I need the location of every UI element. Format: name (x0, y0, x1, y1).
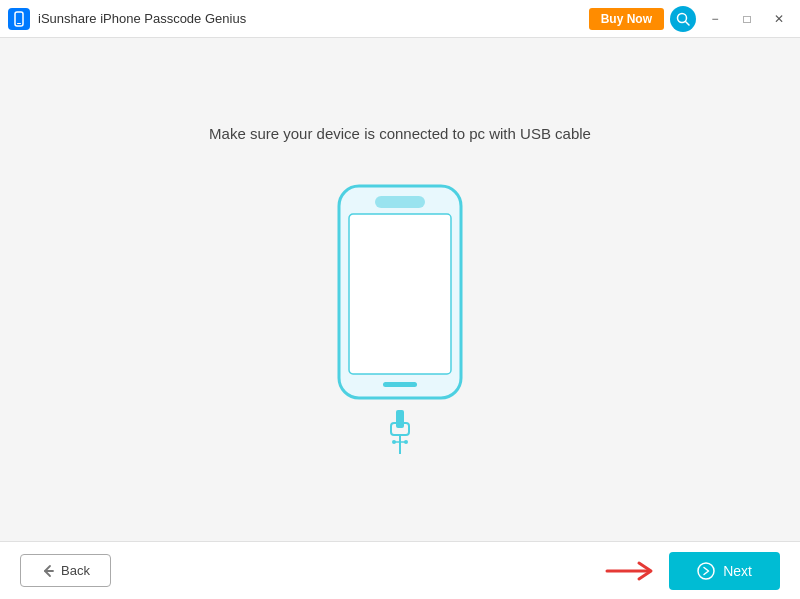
maximize-button[interactable]: □ (734, 6, 760, 32)
next-area: Next (605, 552, 780, 590)
svg-line-4 (686, 21, 690, 25)
svg-rect-6 (375, 196, 425, 208)
svg-rect-8 (383, 382, 417, 387)
back-icon (41, 564, 55, 578)
svg-point-14 (404, 440, 408, 444)
search-button[interactable] (670, 6, 696, 32)
title-bar: iSunshare iPhone Passcode Genius Buy Now… (0, 0, 800, 38)
main-content: Make sure your device is connected to pc… (0, 38, 800, 541)
buy-now-button[interactable]: Buy Now (589, 8, 664, 30)
next-icon (697, 562, 715, 580)
search-icon (676, 12, 690, 26)
back-button[interactable]: Back (20, 554, 111, 587)
phone-svg (335, 182, 465, 402)
title-bar-actions: Buy Now − □ ✕ (589, 6, 792, 32)
bottom-bar: Back Next (0, 541, 800, 599)
phone-illustration (335, 182, 465, 455)
arrow-icon (605, 559, 657, 583)
minimize-button[interactable]: − (702, 6, 728, 32)
close-button[interactable]: ✕ (766, 6, 792, 32)
app-logo (8, 8, 30, 30)
svg-rect-7 (349, 214, 451, 374)
next-button[interactable]: Next (669, 552, 780, 590)
instruction-text: Make sure your device is connected to pc… (209, 125, 591, 142)
svg-point-13 (392, 440, 396, 444)
svg-rect-2 (17, 23, 21, 24)
app-title: iSunshare iPhone Passcode Genius (38, 11, 589, 26)
svg-rect-9 (396, 410, 404, 428)
usb-icon (385, 410, 415, 455)
svg-point-18 (698, 563, 714, 579)
